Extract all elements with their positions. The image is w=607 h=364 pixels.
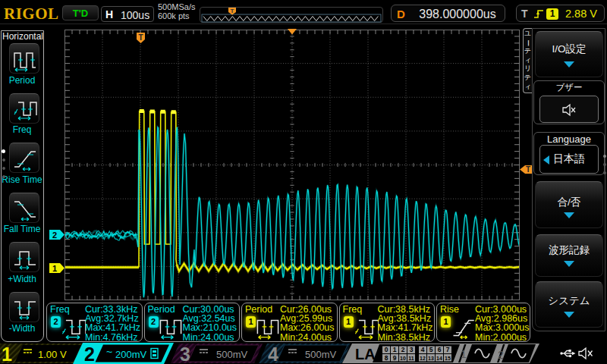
svg-text:5: 5 xyxy=(429,346,433,353)
svg-text:500mV: 500mV xyxy=(216,349,248,360)
svg-text:1: 1 xyxy=(393,346,397,353)
svg-text:1: 1 xyxy=(461,348,467,360)
svg-text:~: ~ xyxy=(106,346,112,358)
svg-text:2: 2 xyxy=(401,346,405,353)
svg-text:2: 2 xyxy=(498,349,504,361)
svg-text:1.00 V: 1.00 V xyxy=(38,349,67,360)
svg-text:15: 15 xyxy=(445,356,451,361)
svg-text:1: 1 xyxy=(2,344,12,364)
svg-text:13: 13 xyxy=(428,356,434,361)
svg-text:500mV: 500mV xyxy=(305,349,337,360)
svg-text:3: 3 xyxy=(410,346,414,353)
svg-text:T: T xyxy=(138,33,143,42)
svg-text:10: 10 xyxy=(400,356,406,361)
svg-text:12: 12 xyxy=(420,356,426,361)
svg-text:2: 2 xyxy=(52,231,57,240)
svg-text:LA: LA xyxy=(355,346,376,362)
svg-text:14: 14 xyxy=(436,356,442,361)
svg-text:2: 2 xyxy=(84,344,95,364)
svg-text:0: 0 xyxy=(385,346,388,353)
svg-text:8: 8 xyxy=(385,354,388,362)
svg-text:T: T xyxy=(231,8,234,14)
svg-text:4: 4 xyxy=(268,344,278,364)
svg-text:6: 6 xyxy=(438,346,442,353)
svg-text:9: 9 xyxy=(393,354,397,362)
svg-text:T: T xyxy=(526,165,530,174)
svg-text:1: 1 xyxy=(52,264,57,273)
svg-text:7: 7 xyxy=(446,346,450,353)
svg-text:4: 4 xyxy=(421,346,425,353)
svg-text:11: 11 xyxy=(408,356,414,361)
svg-text:200mV: 200mV xyxy=(115,349,147,360)
